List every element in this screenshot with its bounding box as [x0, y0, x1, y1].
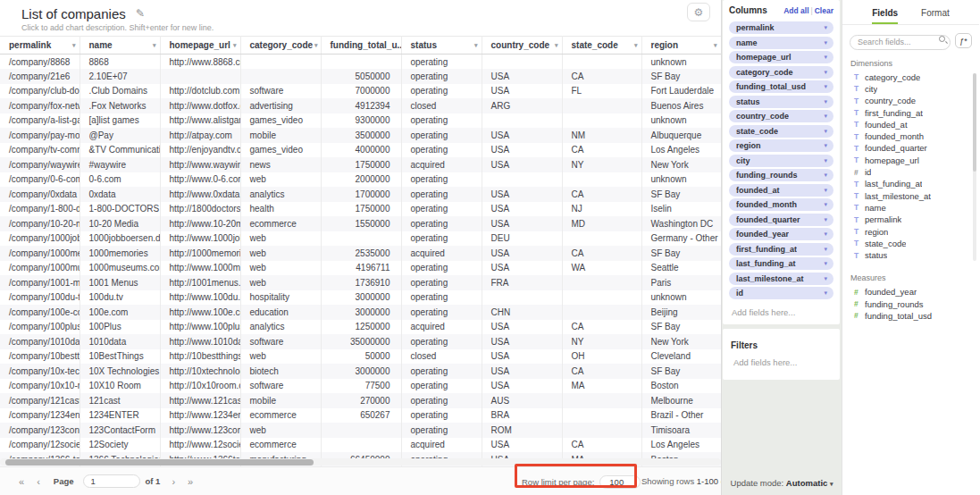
next-page-button[interactable]: ›	[165, 476, 181, 487]
dimension-item-last_milestone_at[interactable]: Tlast_milestone_at	[842, 189, 979, 201]
chevron-down-icon[interactable]: ▾	[824, 98, 827, 105]
column-header-status[interactable]: status▾	[401, 37, 482, 55]
column-pill-first_funding_at[interactable]: first_funding_at▾	[729, 243, 833, 256]
chevron-down-icon[interactable]: ▾	[824, 69, 827, 76]
dimension-item-country_code[interactable]: Tcountry_code	[842, 95, 979, 106]
add-calculated-field-button[interactable]: ƒ*	[955, 33, 972, 48]
column-pill-permalink[interactable]: permalink▾	[729, 21, 833, 34]
column-header-region[interactable]: region▾	[641, 37, 721, 55]
chevron-down-icon[interactable]: ▾	[824, 260, 827, 267]
dimension-item-founded_at[interactable]: Tfounded_at	[842, 119, 979, 130]
table-settings-button[interactable]: ⚙	[687, 3, 710, 21]
sort-caret-icon[interactable]: ▾	[555, 42, 558, 49]
column-pill-last_milestone_at[interactable]: last_milestone_at▾	[729, 273, 833, 285]
dimension-item-founded_month[interactable]: Tfounded_month	[842, 130, 979, 142]
column-pill-founded_at[interactable]: founded_at▾	[729, 184, 833, 197]
previous-page-button[interactable]: ‹	[30, 476, 46, 487]
cell: Timisoara	[641, 423, 721, 438]
row-limit-input[interactable]	[599, 475, 641, 489]
sort-caret-icon[interactable]: ▾	[233, 42, 237, 49]
vertical-scrollbar[interactable]	[973, 73, 976, 261]
dimension-item-founded_quarter[interactable]: Tfounded_quarter	[842, 142, 979, 154]
column-header-state_code[interactable]: state_code▾	[562, 37, 641, 55]
dimension-item-name[interactable]: Tname	[842, 202, 979, 214]
chevron-down-icon[interactable]: ▾	[824, 201, 827, 208]
chevron-down-icon[interactable]: ▾	[824, 83, 827, 90]
add-all-link[interactable]: Add all	[783, 6, 808, 15]
dimension-item-category_code[interactable]: Tcategory_code	[842, 71, 979, 83]
chevron-down-icon[interactable]: ▾	[824, 113, 827, 120]
clear-link[interactable]: Clear	[815, 6, 833, 15]
sort-caret-icon[interactable]: ▾	[72, 42, 76, 49]
chevron-down-icon[interactable]: ▾	[824, 157, 827, 164]
tab-format[interactable]: Format	[921, 0, 950, 24]
column-pill-founded_year[interactable]: founded_year▾	[729, 228, 833, 240]
column-header-category_code[interactable]: category_code▾	[240, 37, 321, 55]
column-pill-funding_rounds[interactable]: funding_rounds▾	[729, 169, 833, 181]
measure-item-founded_year[interactable]: #founded_year	[842, 286, 979, 298]
chevron-down-icon[interactable]: ▾	[824, 231, 827, 238]
chevron-down-icon[interactable]: ▾	[824, 54, 827, 61]
column-pill-id[interactable]: id▾	[729, 287, 833, 299]
dimension-item-id[interactable]: #id	[842, 166, 979, 178]
column-pill-name[interactable]: name▾	[729, 37, 833, 49]
first-page-button[interactable]: «	[13, 476, 30, 487]
sort-caret-icon[interactable]: ▾	[474, 42, 478, 49]
chevron-down-icon[interactable]: ▾	[824, 289, 827, 297]
dimension-item-homepage_url[interactable]: Thomepage_url	[842, 155, 979, 166]
column-header-funding_total_u[interactable]: funding_total_u...▾	[321, 37, 401, 55]
page-number-input[interactable]	[83, 474, 140, 488]
chevron-down-icon[interactable]: ▾	[824, 142, 827, 149]
sort-caret-icon[interactable]: ▾	[314, 42, 318, 49]
column-header-permalink[interactable]: permalink▾	[0, 37, 80, 55]
columns-add-fields-placeholder[interactable]: Add fields here...	[729, 302, 833, 317]
chevron-down-icon[interactable]: ▾	[824, 246, 827, 253]
vertical-scrollbar-thumb[interactable]	[973, 73, 976, 172]
column-header-country_code[interactable]: country_code▾	[482, 37, 562, 55]
dimension-item-state_code[interactable]: Tstate_code	[842, 238, 979, 249]
last-page-button[interactable]: »	[181, 476, 199, 487]
update-mode-dropdown[interactable]: Automatic ▾	[786, 478, 833, 488]
column-pill-homepage_url[interactable]: homepage_url▾	[729, 51, 833, 63]
text-type-icon: T	[854, 215, 865, 224]
column-pill-country_code[interactable]: country_code▾	[729, 110, 833, 122]
cell: 121cast	[80, 393, 160, 408]
chevron-down-icon[interactable]: ▾	[824, 24, 827, 31]
column-pill-founded_quarter[interactable]: founded_quarter▾	[729, 214, 833, 226]
text-type-icon: T	[854, 227, 865, 236]
dimension-item-region[interactable]: Tregion	[842, 225, 979, 237]
column-pill-last_funding_at[interactable]: last_funding_at▾	[729, 257, 833, 270]
sort-caret-icon[interactable]: ▾	[153, 42, 156, 49]
horizontal-scrollbar[interactable]	[0, 458, 721, 466]
dimension-item-status[interactable]: Tstatus	[842, 249, 979, 261]
search-fields-input[interactable]	[850, 35, 951, 50]
chevron-down-icon[interactable]: ▾	[824, 172, 827, 179]
chevron-down-icon[interactable]: ▾	[824, 216, 827, 223]
sort-caret-icon[interactable]: ▾	[634, 42, 638, 49]
chevron-down-icon[interactable]: ▾	[824, 128, 827, 135]
measure-item-funding_total_usd[interactable]: #funding_total_usd	[842, 310, 979, 322]
measure-item-funding_rounds[interactable]: #funding_rounds	[842, 298, 979, 310]
column-pill-region[interactable]: region▾	[729, 139, 833, 152]
chevron-down-icon[interactable]: ▾	[824, 39, 827, 46]
dimension-item-permalink[interactable]: Tpermalink	[842, 214, 979, 225]
edit-title-pencil-icon[interactable]: ✎	[136, 7, 145, 20]
horizontal-scrollbar-thumb[interactable]	[5, 459, 314, 466]
column-pill-status[interactable]: status▾	[729, 96, 833, 108]
filters-add-fields-placeholder[interactable]: Add fields here...	[731, 352, 832, 367]
column-header-homepage_url[interactable]: homepage_url▾	[160, 37, 240, 55]
chart-description-placeholder[interactable]: Click to add chart description. Shift+en…	[21, 23, 214, 32]
dimension-item-last_funding_at[interactable]: Tlast_funding_at	[842, 178, 979, 189]
dimension-item-city[interactable]: Tcity	[842, 83, 979, 95]
column-pill-funding_total_usd[interactable]: funding_total_usd▾	[729, 80, 833, 93]
chevron-down-icon[interactable]: ▾	[824, 275, 827, 282]
dimension-item-first_funding_at[interactable]: Tfirst_funding_at	[842, 106, 979, 118]
column-pill-state_code[interactable]: state_code▾	[729, 125, 833, 138]
tab-fields[interactable]: Fields	[872, 0, 898, 24]
column-pill-founded_month[interactable]: founded_month▾	[729, 198, 833, 211]
chevron-down-icon[interactable]: ▾	[824, 187, 827, 194]
sort-caret-icon[interactable]: ▾	[714, 42, 717, 49]
column-pill-city[interactable]: city▾	[729, 155, 833, 167]
column-pill-category_code[interactable]: category_code▾	[729, 66, 833, 79]
column-header-name[interactable]: name▾	[80, 37, 160, 55]
